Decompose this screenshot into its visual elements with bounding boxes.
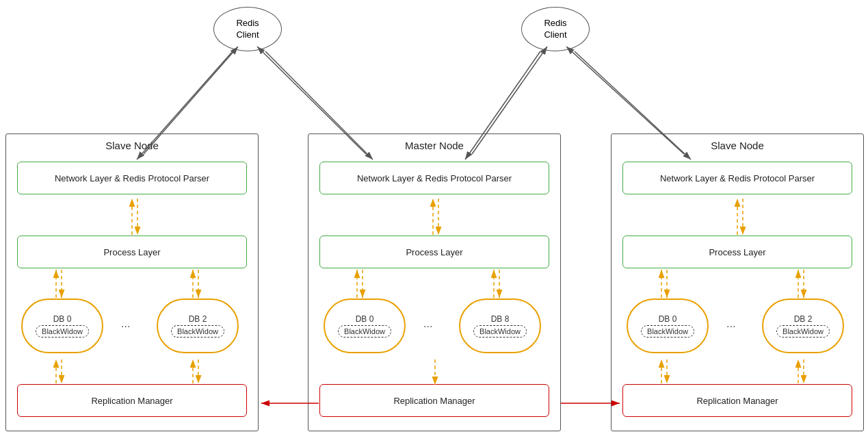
slave-node-1: Slave Node Network Layer & Redis Protoco… xyxy=(5,134,259,431)
slave2-network-layer: Network Layer & Redis Protocol Parser xyxy=(622,162,852,194)
slave1-replication-manager: Replication Manager xyxy=(17,384,247,417)
master-node-title: Master Node xyxy=(308,134,560,155)
master-process-layer: Process Layer xyxy=(319,236,549,268)
master-dots: ··· xyxy=(423,320,432,333)
redis-client-1: Redis Client xyxy=(213,7,282,51)
slave2-db0: DB 0 BlackWidow xyxy=(627,298,709,353)
slave2-db2: DB 2 BlackWidow xyxy=(762,298,844,353)
slave2-process-layer: Process Layer xyxy=(622,236,852,268)
slave1-network-layer: Network Layer & Redis Protocol Parser xyxy=(17,162,247,194)
slave-node-2-title: Slave Node xyxy=(611,134,863,155)
master-replication-manager: Replication Manager xyxy=(319,384,549,417)
redis-client-2: Redis Client xyxy=(521,7,590,51)
diagram-container: Redis Client Redis Client Slave Node Net… xyxy=(0,0,868,445)
master-node: Master Node Network Layer & Redis Protoc… xyxy=(308,134,561,431)
slave1-db0: DB 0 BlackWidow xyxy=(21,298,103,353)
slave1-process-layer: Process Layer xyxy=(17,236,247,268)
slave-node-2: Slave Node Network Layer & Redis Protoco… xyxy=(611,134,864,431)
slave1-db2: DB 2 BlackWidow xyxy=(157,298,239,353)
slave2-dots: ··· xyxy=(726,320,735,333)
master-network-layer: Network Layer & Redis Protocol Parser xyxy=(319,162,549,194)
slave-node-1-title: Slave Node xyxy=(6,134,258,155)
slave1-dots: ··· xyxy=(121,320,130,333)
master-db8: DB 8 BlackWidow xyxy=(459,298,541,353)
slave2-replication-manager: Replication Manager xyxy=(622,384,852,417)
master-db0: DB 0 BlackWidow xyxy=(324,298,406,353)
